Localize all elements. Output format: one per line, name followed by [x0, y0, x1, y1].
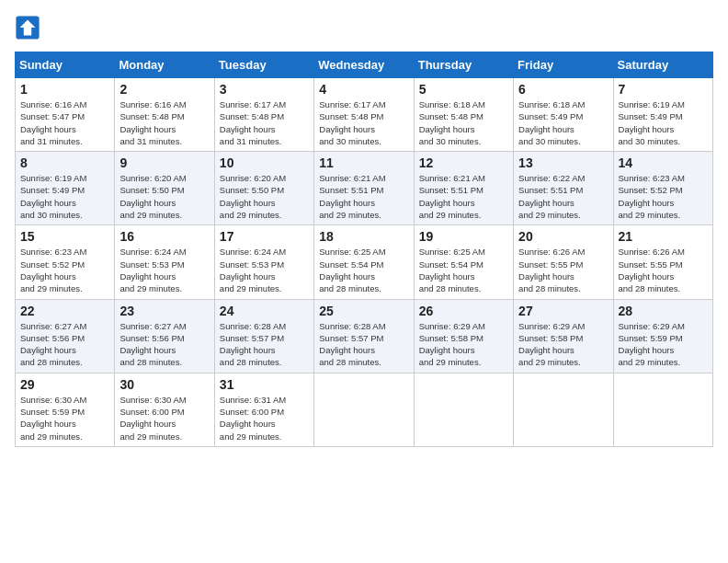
weekday-header-monday: Monday — [115, 52, 214, 78]
calendar-week-row: 15 Sunrise: 6:23 AM Sunset: 5:52 PM Dayl… — [16, 225, 713, 299]
calendar-cell: 14 Sunrise: 6:23 AM Sunset: 5:52 PM Dayl… — [613, 152, 712, 225]
day-info: Sunrise: 6:25 AM Sunset: 5:54 PM Dayligh… — [319, 246, 408, 294]
day-number: 10 — [220, 155, 309, 170]
day-number: 1 — [20, 82, 109, 97]
day-info: Sunrise: 6:18 AM Sunset: 5:48 PM Dayligh… — [419, 98, 508, 147]
day-number: 26 — [419, 304, 508, 318]
day-number: 23 — [119, 304, 209, 318]
calendar-cell: 20 Sunrise: 6:26 AM Sunset: 5:55 PM Dayl… — [514, 225, 613, 299]
calendar-cell: 29 Sunrise: 6:30 AM Sunset: 5:59 PM Dayl… — [16, 373, 115, 446]
day-number: 21 — [619, 229, 708, 244]
day-info: Sunrise: 6:29 AM Sunset: 5:58 PM Dayligh… — [419, 320, 508, 369]
day-info: Sunrise: 6:17 AM Sunset: 5:48 PM Dayligh… — [220, 98, 309, 147]
day-info: Sunrise: 6:25 AM Sunset: 5:54 PM Dayligh… — [419, 246, 508, 294]
calendar-week-row: 8 Sunrise: 6:19 AM Sunset: 5:49 PM Dayli… — [16, 152, 713, 225]
day-number: 3 — [220, 82, 309, 97]
calendar-table: SundayMondayTuesdayWednesdayThursdayFrid… — [15, 52, 713, 447]
calendar-cell — [314, 373, 414, 446]
calendar-week-row: 22 Sunrise: 6:27 AM Sunset: 5:56 PM Dayl… — [16, 299, 713, 373]
day-number: 24 — [220, 304, 309, 318]
day-info: Sunrise: 6:29 AM Sunset: 5:58 PM Dayligh… — [518, 320, 608, 369]
calendar-cell — [414, 373, 513, 446]
calendar-cell: 16 Sunrise: 6:24 AM Sunset: 5:53 PM Dayl… — [115, 225, 214, 299]
calendar-cell — [514, 373, 613, 446]
day-number: 12 — [419, 155, 508, 170]
day-info: Sunrise: 6:28 AM Sunset: 5:57 PM Dayligh… — [319, 320, 408, 369]
day-number: 9 — [119, 155, 209, 170]
weekday-header-thursday: Thursday — [414, 52, 513, 78]
day-number: 25 — [319, 304, 408, 318]
calendar-cell: 11 Sunrise: 6:21 AM Sunset: 5:51 PM Dayl… — [314, 152, 414, 225]
calendar-cell: 2 Sunrise: 6:16 AM Sunset: 5:48 PM Dayli… — [115, 78, 214, 152]
day-info: Sunrise: 6:21 AM Sunset: 5:51 PM Dayligh… — [419, 172, 508, 221]
calendar-cell: 24 Sunrise: 6:28 AM Sunset: 5:57 PM Dayl… — [214, 299, 313, 373]
day-number: 11 — [319, 155, 408, 170]
weekday-header-row: SundayMondayTuesdayWednesdayThursdayFrid… — [16, 52, 713, 78]
day-info: Sunrise: 6:26 AM Sunset: 5:55 PM Dayligh… — [518, 246, 608, 294]
calendar-cell: 6 Sunrise: 6:18 AM Sunset: 5:49 PM Dayli… — [514, 78, 613, 152]
calendar-cell: 5 Sunrise: 6:18 AM Sunset: 5:48 PM Dayli… — [414, 78, 513, 152]
day-number: 14 — [619, 155, 708, 170]
calendar-cell: 9 Sunrise: 6:20 AM Sunset: 5:50 PM Dayli… — [115, 152, 214, 225]
day-number: 7 — [619, 82, 708, 97]
day-number: 5 — [419, 82, 508, 97]
day-info: Sunrise: 6:21 AM Sunset: 5:51 PM Dayligh… — [319, 172, 408, 221]
day-number: 13 — [518, 155, 608, 170]
day-info: Sunrise: 6:16 AM Sunset: 5:48 PM Dayligh… — [119, 98, 209, 147]
calendar-cell — [613, 373, 712, 446]
weekday-header-saturday: Saturday — [613, 52, 712, 78]
day-info: Sunrise: 6:23 AM Sunset: 5:52 PM Dayligh… — [20, 246, 109, 294]
day-info: Sunrise: 6:20 AM Sunset: 5:50 PM Dayligh… — [119, 172, 209, 221]
weekday-header-friday: Friday — [514, 52, 613, 78]
calendar-cell: 18 Sunrise: 6:25 AM Sunset: 5:54 PM Dayl… — [314, 225, 414, 299]
day-info: Sunrise: 6:22 AM Sunset: 5:51 PM Dayligh… — [518, 172, 608, 221]
day-info: Sunrise: 6:19 AM Sunset: 5:49 PM Dayligh… — [619, 98, 708, 147]
calendar-week-row: 29 Sunrise: 6:30 AM Sunset: 5:59 PM Dayl… — [16, 373, 713, 446]
day-number: 27 — [518, 304, 608, 318]
day-info: Sunrise: 6:19 AM Sunset: 5:49 PM Dayligh… — [20, 172, 109, 221]
day-number: 15 — [20, 229, 109, 244]
calendar-cell: 17 Sunrise: 6:24 AM Sunset: 5:53 PM Dayl… — [214, 225, 313, 299]
day-info: Sunrise: 6:27 AM Sunset: 5:56 PM Dayligh… — [119, 320, 209, 369]
day-number: 30 — [119, 377, 209, 392]
day-number: 18 — [319, 229, 408, 244]
day-info: Sunrise: 6:26 AM Sunset: 5:55 PM Dayligh… — [619, 246, 708, 294]
day-info: Sunrise: 6:30 AM Sunset: 6:00 PM Dayligh… — [119, 394, 209, 442]
calendar-cell: 1 Sunrise: 6:16 AM Sunset: 5:47 PM Dayli… — [16, 78, 115, 152]
calendar-cell: 8 Sunrise: 6:19 AM Sunset: 5:49 PM Dayli… — [16, 152, 115, 225]
day-info: Sunrise: 6:16 AM Sunset: 5:47 PM Dayligh… — [20, 98, 109, 147]
calendar-cell: 7 Sunrise: 6:19 AM Sunset: 5:49 PM Dayli… — [613, 78, 712, 152]
day-number: 20 — [518, 229, 608, 244]
weekday-header-sunday: Sunday — [16, 52, 115, 78]
calendar-cell: 22 Sunrise: 6:27 AM Sunset: 5:56 PM Dayl… — [16, 299, 115, 373]
calendar-cell: 25 Sunrise: 6:28 AM Sunset: 5:57 PM Dayl… — [314, 299, 414, 373]
calendar-cell: 21 Sunrise: 6:26 AM Sunset: 5:55 PM Dayl… — [613, 225, 712, 299]
day-number: 8 — [20, 155, 109, 170]
calendar-cell: 4 Sunrise: 6:17 AM Sunset: 5:48 PM Dayli… — [314, 78, 414, 152]
day-number: 6 — [518, 82, 608, 97]
day-info: Sunrise: 6:18 AM Sunset: 5:49 PM Dayligh… — [518, 98, 608, 147]
weekday-header-tuesday: Tuesday — [214, 52, 313, 78]
day-info: Sunrise: 6:30 AM Sunset: 5:59 PM Dayligh… — [20, 394, 109, 442]
day-number: 29 — [20, 377, 109, 392]
day-number: 31 — [220, 377, 309, 392]
day-info: Sunrise: 6:17 AM Sunset: 5:48 PM Dayligh… — [319, 98, 408, 147]
weekday-header-wednesday: Wednesday — [314, 52, 414, 78]
calendar-cell: 3 Sunrise: 6:17 AM Sunset: 5:48 PM Dayli… — [214, 78, 313, 152]
logo — [15, 15, 44, 40]
calendar-cell: 30 Sunrise: 6:30 AM Sunset: 6:00 PM Dayl… — [115, 373, 214, 446]
day-number: 16 — [119, 229, 209, 244]
day-info: Sunrise: 6:28 AM Sunset: 5:57 PM Dayligh… — [220, 320, 309, 369]
calendar-week-row: 1 Sunrise: 6:16 AM Sunset: 5:47 PM Dayli… — [16, 78, 713, 152]
day-number: 22 — [20, 304, 109, 318]
day-info: Sunrise: 6:23 AM Sunset: 5:52 PM Dayligh… — [619, 172, 708, 221]
calendar-cell: 27 Sunrise: 6:29 AM Sunset: 5:58 PM Dayl… — [514, 299, 613, 373]
calendar-cell: 28 Sunrise: 6:29 AM Sunset: 5:59 PM Dayl… — [613, 299, 712, 373]
day-info: Sunrise: 6:27 AM Sunset: 5:56 PM Dayligh… — [20, 320, 109, 369]
calendar-cell: 10 Sunrise: 6:20 AM Sunset: 5:50 PM Dayl… — [214, 152, 313, 225]
day-info: Sunrise: 6:20 AM Sunset: 5:50 PM Dayligh… — [220, 172, 309, 221]
calendar-cell: 26 Sunrise: 6:29 AM Sunset: 5:58 PM Dayl… — [414, 299, 513, 373]
calendar-cell: 31 Sunrise: 6:31 AM Sunset: 6:00 PM Dayl… — [214, 373, 313, 446]
calendar-cell: 19 Sunrise: 6:25 AM Sunset: 5:54 PM Dayl… — [414, 225, 513, 299]
day-number: 28 — [619, 304, 708, 318]
